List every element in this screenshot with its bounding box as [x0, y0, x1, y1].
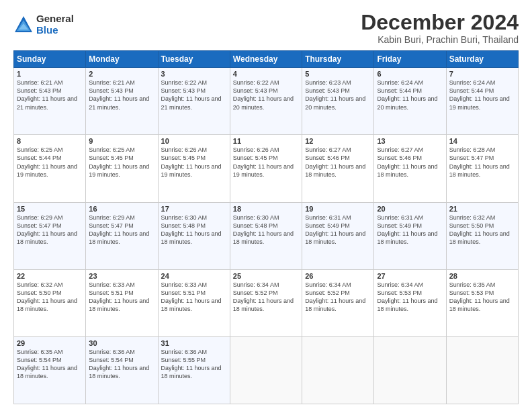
table-row: 25Sunrise: 6:34 AMSunset: 5:52 PMDayligh… — [230, 269, 302, 336]
calendar-col-header: Friday — [374, 51, 446, 68]
calendar-week-row: 22Sunrise: 6:32 AMSunset: 5:50 PMDayligh… — [14, 269, 519, 336]
table-row: 1Sunrise: 6:21 AMSunset: 5:43 PMDaylight… — [14, 68, 86, 135]
table-row: 24Sunrise: 6:33 AMSunset: 5:51 PMDayligh… — [158, 269, 230, 336]
day-number: 25 — [233, 272, 299, 280]
day-info: Sunrise: 6:29 AMSunset: 5:47 PMDaylight:… — [89, 214, 154, 246]
day-info: Sunrise: 6:33 AMSunset: 5:51 PMDaylight:… — [161, 281, 227, 314]
page: General Blue December 2024 Kabin Buri, P… — [0, 0, 532, 411]
day-number: 28 — [449, 272, 515, 280]
table-row: 13Sunrise: 6:27 AMSunset: 5:46 PMDayligh… — [374, 135, 446, 202]
table-row: 19Sunrise: 6:31 AMSunset: 5:49 PMDayligh… — [302, 202, 374, 269]
table-row: 23Sunrise: 6:33 AMSunset: 5:51 PMDayligh… — [86, 269, 158, 336]
table-row: 5Sunrise: 6:23 AMSunset: 5:43 PMDaylight… — [302, 68, 374, 135]
day-number: 8 — [17, 137, 83, 145]
table-row: 20Sunrise: 6:31 AMSunset: 5:49 PMDayligh… — [374, 202, 446, 269]
day-info: Sunrise: 6:33 AMSunset: 5:51 PMDaylight:… — [89, 281, 154, 314]
day-number: 23 — [89, 272, 154, 280]
day-number: 13 — [377, 137, 443, 145]
day-number: 9 — [89, 137, 154, 145]
day-number: 22 — [17, 272, 83, 280]
calendar-col-header: Sunday — [14, 51, 86, 68]
day-number: 14 — [449, 137, 515, 145]
table-row: 12Sunrise: 6:27 AMSunset: 5:46 PMDayligh… — [302, 135, 374, 202]
day-number: 16 — [89, 205, 154, 213]
day-info: Sunrise: 6:34 AMSunset: 5:53 PMDaylight:… — [377, 281, 443, 314]
day-info: Sunrise: 6:34 AMSunset: 5:52 PMDaylight:… — [305, 281, 371, 314]
table-row: 27Sunrise: 6:34 AMSunset: 5:53 PMDayligh… — [374, 269, 446, 336]
day-number: 7 — [449, 70, 515, 78]
table-row: 9Sunrise: 6:25 AMSunset: 5:45 PMDaylight… — [86, 135, 158, 202]
day-number: 12 — [305, 137, 371, 145]
calendar-week-row: 1Sunrise: 6:21 AMSunset: 5:43 PMDaylight… — [14, 68, 519, 135]
day-info: Sunrise: 6:32 AMSunset: 5:50 PMDaylight:… — [449, 214, 515, 246]
day-number: 3 — [161, 70, 227, 78]
day-number: 17 — [161, 205, 227, 213]
day-info: Sunrise: 6:36 AMSunset: 5:54 PMDaylight:… — [89, 348, 154, 381]
table-row: 14Sunrise: 6:28 AMSunset: 5:47 PMDayligh… — [446, 135, 518, 202]
day-info: Sunrise: 6:24 AMSunset: 5:44 PMDaylight:… — [377, 79, 443, 111]
day-number: 5 — [305, 70, 371, 78]
table-row: 4Sunrise: 6:22 AMSunset: 5:43 PMDaylight… — [230, 68, 302, 135]
table-row: 18Sunrise: 6:30 AMSunset: 5:48 PMDayligh… — [230, 202, 302, 269]
day-number: 4 — [233, 70, 299, 78]
day-info: Sunrise: 6:28 AMSunset: 5:47 PMDaylight:… — [449, 146, 515, 179]
calendar-col-header: Monday — [86, 51, 158, 68]
table-row — [446, 336, 518, 404]
day-number: 24 — [161, 272, 227, 280]
day-number: 1 — [17, 70, 83, 78]
day-info: Sunrise: 6:21 AMSunset: 5:43 PMDaylight:… — [17, 79, 83, 111]
logo-text: General Blue — [36, 13, 74, 36]
day-info: Sunrise: 6:32 AMSunset: 5:50 PMDaylight:… — [17, 281, 83, 314]
day-info: Sunrise: 6:27 AMSunset: 5:46 PMDaylight:… — [305, 146, 371, 179]
day-number: 31 — [161, 339, 227, 347]
day-number: 30 — [89, 339, 154, 347]
calendar-col-header: Tuesday — [158, 51, 230, 68]
table-row: 28Sunrise: 6:35 AMSunset: 5:53 PMDayligh… — [446, 269, 518, 336]
day-info: Sunrise: 6:35 AMSunset: 5:53 PMDaylight:… — [449, 281, 515, 314]
day-number: 18 — [233, 205, 299, 213]
day-number: 29 — [17, 339, 83, 347]
logo: General Blue — [13, 13, 74, 36]
day-info: Sunrise: 6:36 AMSunset: 5:55 PMDaylight:… — [161, 348, 227, 381]
table-row: 6Sunrise: 6:24 AMSunset: 5:44 PMDaylight… — [374, 68, 446, 135]
day-number: 2 — [89, 70, 154, 78]
table-row — [230, 336, 302, 404]
table-row: 3Sunrise: 6:22 AMSunset: 5:43 PMDaylight… — [158, 68, 230, 135]
day-info: Sunrise: 6:31 AMSunset: 5:49 PMDaylight:… — [377, 214, 443, 246]
day-info: Sunrise: 6:34 AMSunset: 5:52 PMDaylight:… — [233, 281, 299, 314]
day-info: Sunrise: 6:26 AMSunset: 5:45 PMDaylight:… — [161, 146, 227, 179]
table-row: 31Sunrise: 6:36 AMSunset: 5:55 PMDayligh… — [158, 336, 230, 404]
table-row: 15Sunrise: 6:29 AMSunset: 5:47 PMDayligh… — [14, 202, 86, 269]
table-row: 2Sunrise: 6:21 AMSunset: 5:43 PMDaylight… — [86, 68, 158, 135]
month-title: December 2024 — [361, 11, 519, 34]
calendar-week-row: 29Sunrise: 6:35 AMSunset: 5:54 PMDayligh… — [14, 336, 519, 404]
location: Kabin Buri, Prachin Buri, Thailand — [361, 34, 519, 45]
calendar-week-row: 8Sunrise: 6:25 AMSunset: 5:44 PMDaylight… — [14, 135, 519, 202]
logo-general-text: General — [36, 13, 74, 25]
day-info: Sunrise: 6:22 AMSunset: 5:43 PMDaylight:… — [233, 79, 299, 111]
calendar-table: SundayMondayTuesdayWednesdayThursdayFrid… — [13, 50, 519, 404]
title-block: December 2024 Kabin Buri, Prachin Buri, … — [361, 11, 519, 45]
day-number: 6 — [377, 70, 443, 78]
day-number: 19 — [305, 205, 371, 213]
day-number: 20 — [377, 205, 443, 213]
table-row: 22Sunrise: 6:32 AMSunset: 5:50 PMDayligh… — [14, 269, 86, 336]
day-info: Sunrise: 6:30 AMSunset: 5:48 PMDaylight:… — [161, 214, 227, 246]
day-info: Sunrise: 6:35 AMSunset: 5:54 PMDaylight:… — [17, 348, 83, 381]
table-row: 7Sunrise: 6:24 AMSunset: 5:44 PMDaylight… — [446, 68, 518, 135]
day-number: 21 — [449, 205, 515, 213]
day-number: 27 — [377, 272, 443, 280]
calendar-week-row: 15Sunrise: 6:29 AMSunset: 5:47 PMDayligh… — [14, 202, 519, 269]
table-row: 21Sunrise: 6:32 AMSunset: 5:50 PMDayligh… — [446, 202, 518, 269]
calendar-col-header: Saturday — [446, 51, 518, 68]
header: General Blue December 2024 Kabin Buri, P… — [13, 11, 519, 45]
table-row: 16Sunrise: 6:29 AMSunset: 5:47 PMDayligh… — [86, 202, 158, 269]
day-info: Sunrise: 6:25 AMSunset: 5:44 PMDaylight:… — [17, 146, 83, 179]
table-row: 10Sunrise: 6:26 AMSunset: 5:45 PMDayligh… — [158, 135, 230, 202]
day-info: Sunrise: 6:25 AMSunset: 5:45 PMDaylight:… — [89, 146, 154, 179]
table-row: 8Sunrise: 6:25 AMSunset: 5:44 PMDaylight… — [14, 135, 86, 202]
calendar-col-header: Thursday — [302, 51, 374, 68]
day-info: Sunrise: 6:29 AMSunset: 5:47 PMDaylight:… — [17, 214, 83, 246]
day-number: 11 — [233, 137, 299, 145]
table-row: 29Sunrise: 6:35 AMSunset: 5:54 PMDayligh… — [14, 336, 86, 404]
